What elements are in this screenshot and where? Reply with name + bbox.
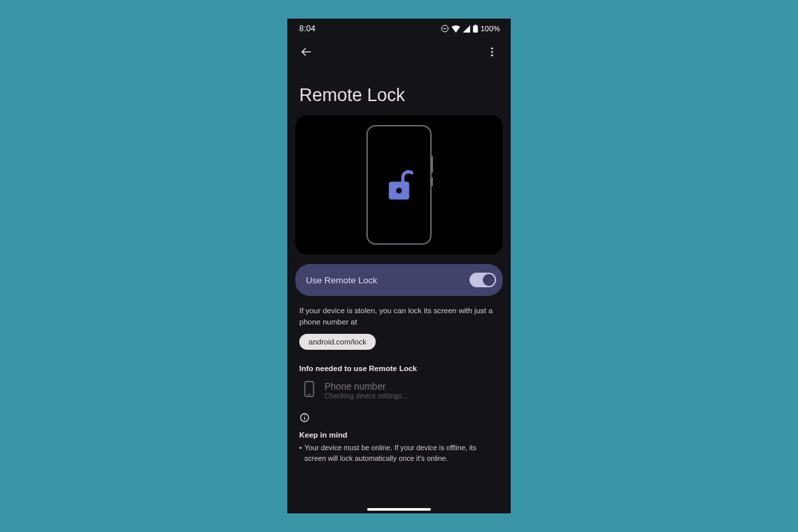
app-bar <box>287 36 511 65</box>
switch-thumb <box>483 274 495 286</box>
status-right: 100% <box>441 25 500 33</box>
svg-point-5 <box>491 47 493 49</box>
battery-percent: 100% <box>481 25 500 33</box>
hero-card <box>295 115 503 255</box>
phone-number-subtitle: Checking device settings… <box>325 392 409 400</box>
dnd-icon <box>441 25 449 33</box>
lock-url-chip[interactable]: android.com/lock <box>299 334 376 350</box>
info-icon <box>287 404 511 426</box>
battery-icon <box>473 25 478 33</box>
device-side-button <box>431 156 433 173</box>
stage: 8:04 100% <box>0 0 798 532</box>
keep-in-mind-bullet: • Your device must be online. If your de… <box>287 442 511 464</box>
back-button[interactable] <box>294 40 318 64</box>
description-text: If your device is stolen, you can lock i… <box>287 296 511 334</box>
device-side-button <box>431 177 433 186</box>
svg-rect-2 <box>473 25 477 33</box>
phone-number-row[interactable]: Phone number Checking device settings… <box>287 375 511 404</box>
device-outline-illustration <box>366 125 432 245</box>
overflow-menu-button[interactable] <box>480 40 504 64</box>
bullet-dot: • <box>299 443 302 464</box>
svg-point-6 <box>491 51 493 53</box>
keep-in-mind-text: Your device must be online. If your devi… <box>305 443 492 464</box>
info-needed-header: Info needed to use Remote Lock <box>287 350 511 375</box>
status-time: 8:04 <box>299 24 316 33</box>
toggle-label: Use Remote Lock <box>306 275 377 285</box>
keep-in-mind-header: Keep in mind <box>287 426 511 442</box>
svg-rect-1 <box>443 29 446 29</box>
back-arrow-icon <box>299 45 313 59</box>
gesture-nav-pill[interactable] <box>367 508 431 511</box>
svg-point-14 <box>304 416 305 416</box>
svg-point-7 <box>491 55 493 57</box>
status-bar: 8:04 100% <box>287 19 511 36</box>
use-remote-lock-toggle-row[interactable]: Use Remote Lock <box>295 264 503 296</box>
remote-lock-switch[interactable] <box>469 273 496 287</box>
svg-rect-3 <box>474 25 475 26</box>
phone-outline-icon <box>303 380 315 400</box>
page-title: Remote Lock <box>287 65 511 115</box>
phone-frame: 8:04 100% <box>287 19 511 513</box>
phone-number-title: Phone number <box>325 381 409 392</box>
more-vert-icon <box>486 46 498 58</box>
signal-icon <box>463 25 470 33</box>
wifi-icon <box>452 25 460 33</box>
svg-point-9 <box>396 188 402 194</box>
unlock-icon <box>384 168 414 202</box>
